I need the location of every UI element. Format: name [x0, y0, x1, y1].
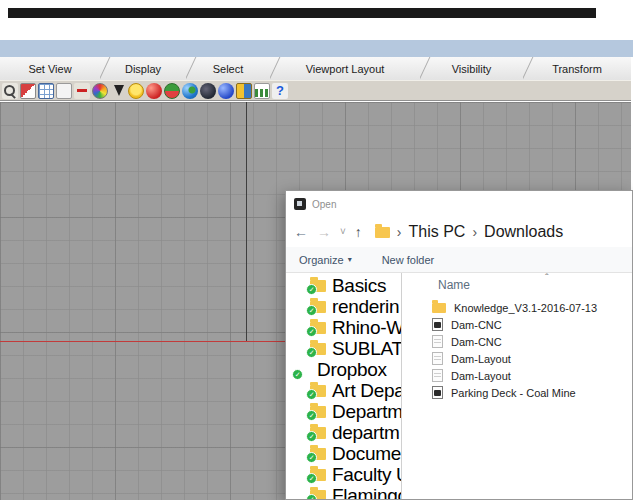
location-folder-icon — [375, 227, 390, 238]
grid-table-icon[interactable] — [38, 83, 54, 99]
dialog-title-bar[interactable]: Open — [286, 191, 632, 217]
breadcrumb-chevron[interactable]: › — [472, 224, 477, 240]
up-button[interactable]: ↑ — [355, 225, 362, 239]
dialog-address-bar: ← → ˅ ↑ › This PC › Downloads — [286, 217, 632, 247]
back-button[interactable]: ← — [294, 225, 308, 239]
viewport-x-axis — [0, 341, 286, 342]
viewport-y-axis — [246, 102, 247, 341]
window-menu-bar — [0, 40, 633, 57]
new-folder-button[interactable]: New folder — [382, 254, 435, 266]
tree-item[interactable]: renderin — [286, 296, 401, 317]
folder-tree-pane[interactable]: Basics renderin Rhino-W SUBLATI ✓ Dropbo… — [286, 273, 402, 499]
top-dark-strip — [8, 8, 596, 18]
material-red-icon[interactable] — [146, 83, 162, 99]
zoom-icon[interactable] — [2, 83, 18, 99]
tree-item[interactable]: Docume — [286, 443, 401, 464]
folder-sync-icon — [310, 385, 326, 397]
palette-icon[interactable] — [92, 83, 108, 99]
file-row[interactable]: Parking Deck - Coal Mine — [402, 384, 632, 401]
file-row[interactable]: Knowledge_V3.1-2016-07-13 — [402, 299, 632, 316]
remove-icon[interactable] — [74, 83, 90, 99]
sync-check-icon: ✓ — [292, 369, 303, 380]
screenshot-stage: Set View Display Select Viewport Layout … — [0, 0, 633, 500]
folder-sync-icon — [310, 469, 326, 481]
breadcrumb-this-pc[interactable]: This PC — [409, 223, 466, 241]
rhino-icon-toolbar: ? — [0, 80, 631, 101]
tab-transform[interactable]: Transform — [523, 57, 631, 80]
dialog-command-bar: Organize ▾ New folder — [286, 247, 632, 273]
chart-icon[interactable] — [254, 83, 270, 99]
file-row[interactable]: Dam-CNC — [402, 316, 632, 333]
dropbox-icon: ✓ — [295, 362, 311, 378]
folder-sync-icon — [310, 301, 326, 313]
blocks-icon[interactable] — [236, 83, 252, 99]
history-dropdown-icon[interactable]: ˅ — [340, 227, 346, 237]
material-melon-icon[interactable] — [164, 83, 180, 99]
tree-item[interactable]: Basics — [286, 275, 401, 296]
file-icon — [432, 369, 443, 382]
tree-item[interactable]: departm — [286, 422, 401, 443]
tree-item[interactable]: Rhino-W — [286, 317, 401, 338]
tab-display[interactable]: Display — [100, 57, 186, 80]
earth-icon[interactable] — [182, 83, 198, 99]
breadcrumb-chevron[interactable]: › — [397, 224, 402, 240]
earth-dark-icon[interactable] — [200, 83, 216, 99]
breadcrumb: › This PC › Downloads — [375, 223, 563, 241]
tab-set-view[interactable]: Set View — [0, 57, 100, 80]
breadcrumb-downloads[interactable]: Downloads — [484, 223, 563, 241]
material-blue-icon[interactable] — [218, 83, 234, 99]
file-row[interactable]: Dam-Layout — [402, 350, 632, 367]
tree-item[interactable]: Art Depa — [286, 380, 401, 401]
cursor-icon[interactable] — [110, 83, 126, 99]
file-row[interactable]: Dam-Layout — [402, 367, 632, 384]
folder-sync-icon — [310, 406, 326, 418]
dialog-system-icon — [294, 198, 306, 210]
dialog-title: Open — [312, 199, 336, 210]
page-icon[interactable] — [56, 83, 72, 99]
file-list-pane[interactable]: Name ˆ Knowledge_V3.1-2016-07-13 Dam-CNC… — [402, 273, 632, 499]
folder-icon — [432, 303, 446, 313]
open-file-dialog: Open ← → ˅ ↑ › This PC › Downloads Organ… — [285, 190, 633, 500]
tab-visibility[interactable]: Visibility — [420, 57, 523, 80]
file-icon — [432, 335, 443, 348]
dialog-body: Basics renderin Rhino-W SUBLATI ✓ Dropbo… — [286, 273, 632, 499]
rhino-toolbar-tabs: Set View Display Select Viewport Layout … — [0, 57, 631, 81]
forward-button[interactable]: → — [317, 225, 331, 239]
folder-sync-icon — [310, 280, 326, 292]
organize-button[interactable]: Organize ▾ — [299, 254, 352, 266]
tree-item[interactable]: SUBLATI — [286, 338, 401, 359]
tree-item[interactable]: Flamingo — [286, 485, 401, 499]
folder-sync-icon — [310, 490, 326, 500]
tree-item[interactable]: Departm — [286, 401, 401, 422]
clipping-plane-icon[interactable] — [20, 83, 36, 99]
folder-sync-icon — [310, 343, 326, 355]
folder-sync-icon — [310, 448, 326, 460]
tree-item[interactable]: Faculty U — [286, 464, 401, 485]
sort-ascending-icon: ˆ — [545, 273, 549, 284]
file-row[interactable]: Dam-CNC — [402, 333, 632, 350]
help-icon[interactable]: ? — [272, 83, 288, 99]
tab-select[interactable]: Select — [186, 57, 270, 80]
tree-item-dropbox[interactable]: ✓ Dropbox — [286, 359, 401, 380]
folder-sync-icon — [310, 322, 326, 334]
tab-viewport-layout[interactable]: Viewport Layout — [270, 57, 420, 80]
rhino-file-icon — [432, 386, 443, 399]
rhino-file-icon — [432, 318, 443, 331]
folder-sync-icon — [310, 427, 326, 439]
light-icon[interactable] — [128, 83, 144, 99]
column-header-name[interactable]: Name — [438, 278, 470, 292]
organize-caret-icon: ▾ — [348, 255, 352, 264]
file-icon — [432, 352, 443, 365]
